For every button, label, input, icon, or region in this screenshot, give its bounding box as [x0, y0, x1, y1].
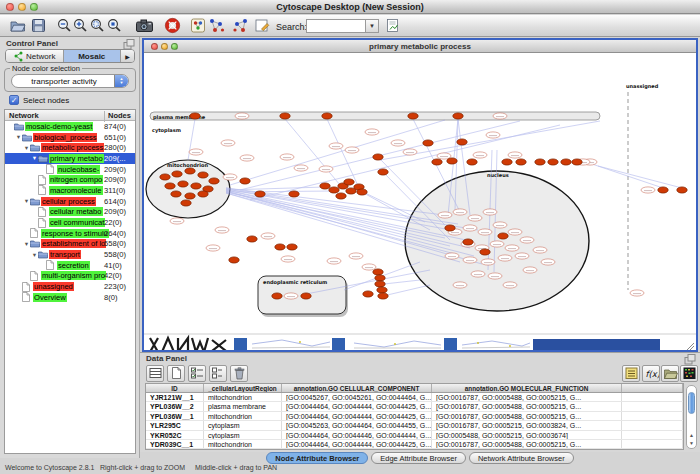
graph-node[interactable]	[320, 183, 330, 189]
scroll-down-button[interactable]: ▼	[688, 439, 695, 447]
graph-node[interactable]	[185, 193, 195, 199]
zoom-selected-button[interactable]	[105, 17, 123, 35]
minimized-window-icon[interactable]	[234, 338, 247, 350]
column-header[interactable]	[622, 384, 683, 392]
minimized-window-icon[interactable]	[332, 338, 345, 350]
graph-node[interactable]	[322, 113, 332, 119]
graph-node[interactable]	[209, 178, 219, 184]
graph-node[interactable]	[198, 191, 208, 197]
graph-node-small[interactable]	[486, 132, 500, 138]
graph-node[interactable]	[172, 171, 182, 177]
import-attributes-button[interactable]	[661, 365, 679, 382]
column-header[interactable]: _cellularLayoutRegion	[204, 384, 282, 392]
graph-node-small[interactable]	[445, 253, 459, 259]
import-network-button[interactable]	[384, 17, 402, 35]
graph-node-small[interactable]	[541, 259, 555, 265]
graph-node-small[interactable]	[189, 149, 203, 155]
tree-row[interactable]: cell communicat22(0)	[5, 217, 135, 228]
tree-row[interactable]: nitrogen compo209(0)	[5, 174, 135, 185]
graph-node[interactable]	[272, 293, 282, 299]
graph-node[interactable]	[329, 187, 339, 193]
tree-row[interactable]: nucleobase-209(0)	[5, 164, 135, 175]
table-row[interactable]: YKR052Ccytoplasm[GO:0044464, GO:0044446,…	[146, 431, 683, 440]
graph-node[interactable]	[502, 159, 512, 165]
select-attributes-button[interactable]	[188, 365, 206, 382]
graph-node[interactable]	[301, 293, 311, 299]
graph-node-small[interactable]	[362, 264, 376, 270]
graph-node[interactable]	[363, 291, 373, 297]
graph-node-small[interactable]	[493, 113, 507, 119]
tree-expander-icon[interactable]: ▼	[23, 198, 30, 204]
table-row[interactable]: YPL036W__2plasma membrane[GO:0044464, GO…	[146, 402, 683, 411]
graph-node[interactable]	[378, 293, 388, 299]
graph-node-small[interactable]	[471, 271, 485, 277]
graph-node-small[interactable]	[641, 187, 655, 193]
column-header[interactable]: annotation.GO MOLECULAR_FUNCTION	[432, 384, 622, 392]
graph-node[interactable]	[229, 257, 239, 263]
graph-node[interactable]	[677, 187, 687, 193]
window-zoom-button[interactable]	[30, 3, 38, 11]
tree-row[interactable]: Overview8(0)	[5, 292, 135, 303]
graph-node-small[interactable]	[223, 174, 237, 180]
graph-node-small[interactable]	[453, 282, 467, 288]
table-row[interactable]: YDR039C__1mitochondrion[GO:0044464, GO:0…	[146, 440, 683, 449]
graph-node-small[interactable]	[319, 166, 333, 172]
graph-node[interactable]	[480, 249, 490, 255]
graph-node-small[interactable]	[349, 253, 363, 259]
graph-node[interactable]	[457, 139, 467, 145]
graph-node-small[interactable]	[523, 267, 537, 273]
graph-node[interactable]	[432, 159, 442, 165]
frame-close-button[interactable]	[151, 43, 158, 50]
graph-node[interactable]	[378, 169, 388, 175]
new-attribute-button[interactable]	[167, 365, 185, 382]
tree-row[interactable]: multi-organism pro42(0)	[5, 271, 135, 282]
tab-network[interactable]: Network	[6, 50, 64, 62]
graph-node-small[interactable]	[508, 152, 522, 158]
graph-node[interactable]	[377, 287, 387, 293]
delete-attribute-button[interactable]	[230, 365, 248, 382]
layout-button[interactable]	[207, 17, 226, 35]
tree-row[interactable]: ▼metabolic process280(0)	[5, 142, 135, 153]
graph-node-small[interactable]	[327, 258, 341, 264]
graph-node-small[interactable]	[329, 143, 343, 149]
graph-node[interactable]	[447, 158, 457, 164]
graph-node[interactable]	[190, 113, 200, 119]
attribute-table-header[interactable]: ID_cellularLayoutRegionannotation.GO CEL…	[146, 384, 683, 393]
graph-node[interactable]	[445, 225, 455, 231]
graph-node-small[interactable]	[281, 256, 295, 262]
graph-node[interactable]	[191, 183, 201, 189]
tree-row[interactable]: response to stimulu264(0)	[5, 228, 135, 239]
tab-mosaic[interactable]: Mosaic	[64, 50, 122, 62]
graph-node[interactable]	[178, 181, 188, 187]
attribute-table-button[interactable]	[146, 365, 164, 382]
graph-node-small[interactable]	[280, 154, 294, 160]
tree-row[interactable]: ▼biological_process651(0)	[5, 132, 135, 143]
layout-alt-button[interactable]	[231, 17, 250, 35]
window-minimize-button[interactable]	[18, 3, 26, 11]
tab-node-attribute-browser[interactable]: Node Attribute Browser	[266, 452, 368, 464]
tree-row[interactable]: ▼primary metabo209(...	[5, 153, 135, 164]
graph-node-small[interactable]	[403, 149, 417, 155]
network-tree-header[interactable]: Network Nodes	[5, 110, 135, 121]
graph-node-small[interactable]	[294, 165, 308, 171]
graph-node-small[interactable]	[463, 257, 477, 263]
graph-node-small[interactable]	[515, 253, 529, 259]
graph-node-small[interactable]	[463, 225, 477, 231]
graph-node[interactable]	[280, 113, 290, 119]
graph-node[interactable]	[171, 191, 181, 197]
network-view-titlebar[interactable]: primary metabolic process	[144, 40, 696, 53]
float-panel-icon[interactable]	[684, 354, 696, 365]
graph-node-small[interactable]	[365, 129, 379, 135]
graph-node-small[interactable]	[490, 241, 504, 247]
graph-node-small[interactable]	[478, 229, 492, 235]
graph-node[interactable]	[408, 113, 418, 119]
graph-node[interactable]	[535, 159, 545, 165]
table-row[interactable]: YJR121W__1mitochondrion[GO:0045267, GO:0…	[146, 393, 683, 402]
tree-expander-icon[interactable]: ▼	[31, 252, 38, 258]
tab-edge-attribute-browser[interactable]: Edge Attribute Browser	[371, 452, 466, 464]
graph-node-small[interactable]	[453, 209, 467, 215]
graph-node-small[interactable]	[503, 282, 517, 288]
table-row[interactable]: YLR295Ccytoplasm[GO:0045263, GO:0044464,…	[146, 421, 683, 430]
tree-expander-icon[interactable]: ▼	[23, 145, 30, 151]
tree-row[interactable]: ▼establishment of lo558(0)	[5, 239, 135, 250]
